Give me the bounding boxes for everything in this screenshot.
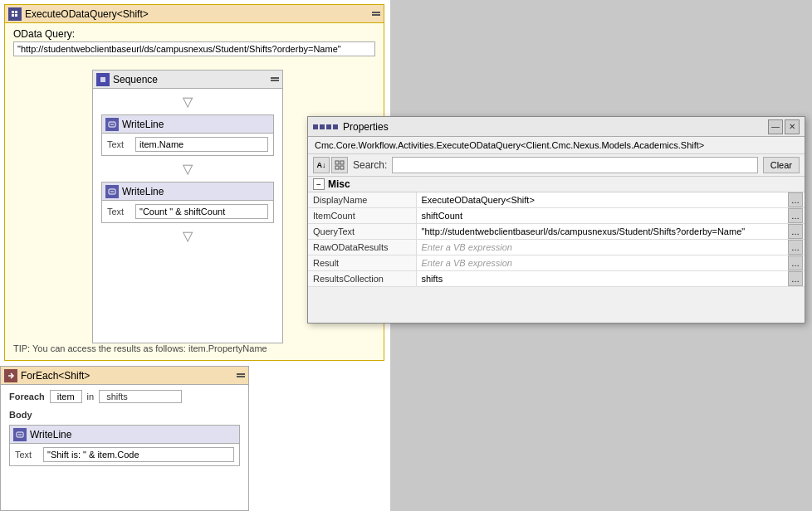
prop-value-cell: "http://studentwebclientbaseurl/ds/campu… bbox=[416, 224, 805, 240]
misc-toggle[interactable]: − bbox=[313, 178, 325, 190]
foreach-icon bbox=[4, 369, 17, 382]
sequence-icon bbox=[96, 73, 110, 86]
prop-value-text: Enter a VB expression bbox=[422, 242, 512, 252]
svg-rect-14 bbox=[340, 161, 344, 164]
properties-title-icon bbox=[313, 124, 338, 129]
foreach-header: ForEach<Shift> bbox=[1, 367, 248, 385]
foreach-title: ForEach<Shift> bbox=[21, 370, 90, 382]
writeline-2-text-value: "Count " & shiftCount bbox=[135, 204, 268, 219]
prop-value-cell: shiftCount… bbox=[416, 208, 805, 224]
properties-titlebar-left: Properties bbox=[313, 121, 389, 133]
svg-rect-3 bbox=[15, 14, 17, 17]
execute-block-icon bbox=[8, 7, 22, 21]
clear-button[interactable]: Clear bbox=[763, 157, 800, 173]
property-row: RawODataResultsEnter a VB expression… bbox=[308, 240, 805, 256]
foreach-in-label: in bbox=[87, 392, 95, 402]
prop-ellipsis-button[interactable]: … bbox=[788, 224, 803, 239]
prop-value-cell: Enter a VB expression… bbox=[416, 240, 805, 256]
prop-value-text: shifts bbox=[422, 274, 443, 284]
prop-name-cell: RawODataResults bbox=[308, 240, 416, 256]
sort-category-button[interactable] bbox=[331, 157, 348, 173]
sequence-header-left: Sequence bbox=[96, 73, 158, 86]
prop-value-cell: shifts… bbox=[416, 271, 805, 287]
prop-value-text: shiftCount bbox=[422, 211, 463, 221]
prop-ellipsis-button[interactable]: … bbox=[788, 240, 803, 255]
tip-bar: TIP: You can access the results as follo… bbox=[13, 343, 375, 353]
writeline-2-text-label: Text bbox=[107, 207, 130, 217]
prop-ellipsis-button[interactable]: … bbox=[788, 208, 803, 223]
writeline-block-1: WriteLine Text item.Name bbox=[101, 114, 274, 156]
search-input[interactable] bbox=[392, 157, 757, 173]
foreach-header-left: ForEach<Shift> bbox=[4, 369, 90, 382]
prop-ellipsis-button[interactable]: … bbox=[788, 192, 803, 207]
body-label: Body bbox=[1, 408, 248, 421]
sequence-header: Sequence bbox=[93, 71, 282, 89]
foreach-writeline-body: Text "Shift is: " & item.Code bbox=[10, 444, 239, 465]
odata-value: "http://studentwebclientbaseurl/ds/campu… bbox=[13, 41, 375, 56]
execute-block-header-left: ExecuteODataQuery<Shift> bbox=[8, 7, 149, 21]
properties-table: DisplayNameExecuteODataQuery<Shift>…Item… bbox=[308, 192, 805, 287]
foreach-writeline-title: WriteLine bbox=[30, 429, 71, 440]
properties-title: Properties bbox=[343, 121, 389, 133]
property-row: DisplayNameExecuteODataQuery<Shift>… bbox=[308, 192, 805, 208]
property-row: ResultsCollectionshifts… bbox=[308, 271, 805, 287]
prop-ellipsis-button[interactable]: … bbox=[788, 271, 803, 286]
writeline-1-icon bbox=[105, 118, 119, 131]
execute-block-header: ExecuteODataQuery<Shift> bbox=[5, 5, 384, 23]
prop-value-cell: ExecuteODataQuery<Shift>… bbox=[416, 192, 805, 208]
writeline-2-icon bbox=[105, 185, 119, 198]
writeline-1-body: Text item.Name bbox=[102, 134, 273, 155]
sort-az-button[interactable]: A↓ bbox=[313, 157, 330, 173]
arrow-down-1: ▽ bbox=[93, 89, 282, 114]
properties-type: Cmc.Core.Workflow.Activities.ExecuteODat… bbox=[308, 137, 805, 154]
sequence-title: Sequence bbox=[113, 74, 158, 85]
svg-rect-2 bbox=[12, 14, 14, 17]
prop-value-text: Enter a VB expression bbox=[422, 258, 512, 268]
execute-block-title: ExecuteODataQuery<Shift> bbox=[25, 8, 149, 20]
foreach-writeline-icon bbox=[13, 428, 27, 441]
foreach-item: item bbox=[50, 390, 82, 403]
writeline-1-title: WriteLine bbox=[122, 119, 164, 130]
foreach-collapse-icon[interactable] bbox=[237, 373, 245, 377]
svg-rect-1 bbox=[15, 11, 17, 13]
prop-value-cell: Enter a VB expression… bbox=[416, 256, 805, 271]
collapse-icon[interactable] bbox=[372, 12, 380, 16]
property-row: ItemCountshiftCount… bbox=[308, 208, 805, 224]
prop-name-cell: DisplayName bbox=[308, 192, 416, 208]
sequence-collapse-icon[interactable] bbox=[271, 77, 279, 81]
prop-value-text: "http://studentwebclientbaseurl/ds/campu… bbox=[422, 226, 746, 236]
prop-name-cell: QueryText bbox=[308, 224, 416, 240]
odata-label: OData Query: bbox=[13, 28, 75, 40]
sort-buttons: A↓ bbox=[313, 157, 348, 173]
prop-name-cell: Result bbox=[308, 256, 416, 271]
writeline-1-text-label: Text bbox=[107, 139, 130, 149]
sequence-block: Sequence ▽ WriteLine Text item.Nam bbox=[92, 70, 283, 343]
foreach-row: Foreach item in shifts bbox=[1, 385, 248, 408]
foreach-block: ForEach<Shift> Foreach item in shifts Bo… bbox=[0, 366, 249, 511]
prop-value-text: ExecuteODataQuery<Shift> bbox=[422, 195, 535, 205]
writeline-2-body: Text "Count " & shiftCount bbox=[102, 201, 273, 222]
property-row: ResultEnter a VB expression… bbox=[308, 256, 805, 271]
writeline-1-header: WriteLine bbox=[102, 115, 273, 134]
writeline-2-header: WriteLine bbox=[102, 182, 273, 201]
prop-ellipsis-button[interactable]: … bbox=[788, 256, 803, 270]
arrow-down-3: ▽ bbox=[93, 223, 282, 249]
properties-panel: Properties — ✕ Cmc.Core.Workflow.Activit… bbox=[307, 116, 805, 324]
arrow-down-2: ▽ bbox=[93, 156, 282, 182]
svg-rect-15 bbox=[335, 166, 339, 169]
svg-rect-0 bbox=[12, 11, 14, 13]
titlebar-buttons: — ✕ bbox=[768, 119, 800, 134]
minimize-button[interactable]: — bbox=[768, 119, 783, 134]
close-button[interactable]: ✕ bbox=[785, 119, 800, 134]
foreach-writeline-block: WriteLine Text "Shift is: " & item.Code bbox=[9, 425, 240, 466]
foreach-writeline-text-value: "Shift is: " & item.Code bbox=[43, 447, 234, 462]
misc-section: − Misc bbox=[308, 177, 805, 192]
foreach-collection: shifts bbox=[99, 390, 182, 403]
prop-name-cell: ResultsCollection bbox=[308, 271, 416, 287]
properties-toolbar: A↓ Search: Clear bbox=[308, 154, 805, 177]
search-label: Search: bbox=[353, 159, 387, 171]
misc-label: Misc bbox=[328, 178, 350, 190]
foreach-writeline-header: WriteLine bbox=[10, 426, 239, 444]
foreach-writeline-text-label: Text bbox=[15, 450, 38, 460]
writeline-1-text-value: item.Name bbox=[135, 137, 268, 152]
